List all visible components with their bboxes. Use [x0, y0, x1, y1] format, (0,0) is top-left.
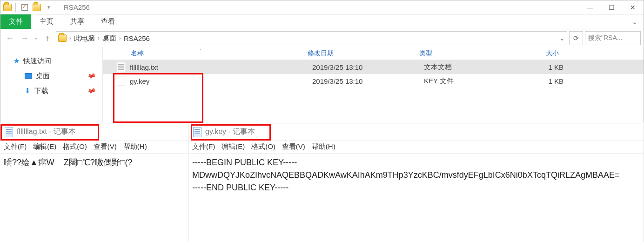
notepad-titlebar[interactable]: gy.key - 记事本 [188, 124, 644, 141]
chevron-right-icon: › [119, 35, 121, 41]
forward-button[interactable]: → [18, 32, 31, 45]
address-dropdown[interactable]: ⌄ [559, 34, 565, 42]
menu-file[interactable]: 文件(F) [192, 142, 215, 151]
explorer-window: ▾ RSA256 — ☐ ✕ 文件 主页 共享 查看 ⌄ ← → ▾ ↑ › 此… [0, 0, 644, 123]
sidebar-desktop[interactable]: 桌面 📌 [0, 68, 102, 83]
refresh-button[interactable]: ⟳ [569, 31, 583, 45]
pin-icon: 📌 [86, 71, 96, 81]
notepad-filename: gy.key [205, 128, 226, 135]
close-button[interactable]: ✕ [622, 0, 644, 14]
download-icon: ⬇ [25, 87, 31, 95]
folder-icon [33, 4, 41, 11]
maximize-button[interactable]: ☐ [601, 0, 622, 14]
notepad-icon [5, 127, 13, 137]
check-icon [21, 4, 28, 11]
notepad-title: fllllllag.txt - 记事本 [17, 127, 76, 137]
ribbon-collapse-button[interactable]: ⌄ [626, 14, 644, 29]
file-row[interactable]: fllllllag.txt 2019/3/25 13:10 文本文档 1 KB [103, 60, 644, 74]
ribbon-tab-view[interactable]: 查看 [93, 14, 123, 29]
column-name[interactable]: 名称 ˆ [103, 49, 308, 58]
notepad-icon [193, 127, 201, 137]
notepad-title: gy.key - 记事本 [205, 127, 255, 137]
menu-help[interactable]: 帮助(H) [312, 142, 335, 151]
sidebar-label: 下载 [34, 87, 48, 95]
menu-file[interactable]: 文件(F) [4, 142, 27, 151]
notepad-content[interactable]: -----BEGIN PUBLIC KEY----- MDwwDQYJKoZIh… [188, 154, 644, 197]
back-button[interactable]: ← [3, 32, 16, 45]
crumb-desktop[interactable]: 桌面 [102, 34, 116, 43]
history-dropdown[interactable]: ▾ [33, 36, 39, 41]
ribbon-tab-file[interactable]: 文件 [0, 14, 31, 29]
notepad-titlebar[interactable]: fllllllag.txt - 记事本 [0, 124, 188, 141]
menu-format[interactable]: 格式(O) [63, 142, 87, 151]
ribbon: 文件 主页 共享 查看 ⌄ [0, 14, 644, 29]
notepad-window-2: gy.key - 记事本 文件(F) 编辑(E) 格式(O) 查看(V) 帮助(… [188, 124, 644, 242]
menu-help[interactable]: 帮助(H) [123, 142, 147, 151]
column-name-label: 名称 [131, 49, 144, 57]
search-placeholder: 搜索"RSA... [588, 34, 622, 42]
file-type: KEY 文件 [424, 77, 517, 86]
sort-asc-icon: ˆ [200, 49, 201, 54]
menu-view[interactable]: 查看(V) [94, 142, 117, 151]
notepad-menubar: 文件(F) 编辑(E) 格式(O) 查看(V) 帮助(H) [0, 141, 188, 154]
window-title: RSA256 [64, 3, 90, 11]
sidebar-quick-access[interactable]: ★ 快速访问 [0, 54, 102, 68]
desktop-icon [25, 73, 32, 79]
chevron-right-icon: › [69, 35, 71, 41]
file-size: 1 KB [517, 77, 573, 85]
ribbon-tab-share[interactable]: 共享 [62, 14, 93, 29]
folder-icon [58, 34, 67, 42]
sidebar-label: 桌面 [36, 72, 50, 81]
column-date[interactable]: 修改日期 [308, 49, 419, 58]
notepad-content[interactable]: 嘺??绘▲癦W Z闊□℃?噭傌野□(? [0, 154, 188, 172]
explorer-body: ★ 快速访问 桌面 📌 ⬇ 下载 📌 名称 ˆ 修改日期 类型 [0, 47, 644, 123]
file-pane: 名称 ˆ 修改日期 类型 大小 fllllllag.txt 2019/3/25 … [103, 47, 644, 123]
chevron-right-icon: › [98, 35, 100, 41]
menu-edit[interactable]: 编辑(E) [33, 142, 56, 151]
file-name: fllllllag.txt [130, 63, 312, 71]
minimize-button[interactable]: — [579, 0, 601, 14]
crumb-rsa256[interactable]: RSA256 [124, 34, 150, 42]
titlebar: ▾ RSA256 — ☐ ✕ [0, 0, 644, 14]
column-size[interactable]: 大小 [512, 49, 568, 58]
sidebar-downloads[interactable]: ⬇ 下载 📌 [0, 83, 102, 98]
sidebar-label: 快速访问 [23, 57, 51, 66]
file-name: gy.key [130, 77, 312, 85]
separator [58, 3, 58, 12]
notepad-suffix: - 记事本 [47, 128, 76, 135]
window-buttons: — ☐ ✕ [579, 0, 644, 14]
menu-edit[interactable]: 编辑(E) [221, 142, 245, 151]
qat-dropdown[interactable]: ▾ [44, 2, 54, 13]
file-date: 2019/3/25 13:10 [312, 77, 424, 85]
column-type[interactable]: 类型 [419, 49, 512, 58]
ribbon-tab-home[interactable]: 主页 [31, 14, 62, 29]
file-row[interactable]: gy.key 2019/3/25 13:10 KEY 文件 1 KB [103, 74, 644, 88]
quick-access-toolbar: ▾ [0, 2, 60, 13]
qat-folder-button[interactable] [32, 2, 42, 13]
notepad-menubar: 文件(F) 编辑(E) 格式(O) 查看(V) 帮助(H) [188, 141, 644, 154]
star-icon: ★ [13, 57, 20, 65]
file-size: 1 KB [517, 63, 573, 71]
file-type: 文本文档 [424, 63, 517, 72]
text-file-icon [117, 62, 125, 72]
search-input[interactable]: 搜索"RSA... [585, 31, 641, 45]
breadcrumb: › 此电脑 › 桌面 › RSA256 [69, 34, 150, 43]
address-bar[interactable]: › 此电脑 › 桌面 › RSA256 ⌄ [56, 31, 567, 45]
address-row: ← → ▾ ↑ › 此电脑 › 桌面 › RSA256 ⌄ ⟳ 搜索"RSA..… [0, 29, 644, 47]
crumb-this-pc[interactable]: 此电脑 [74, 34, 95, 43]
file-date: 2019/3/25 13:10 [312, 63, 424, 71]
pin-icon: 📌 [86, 86, 96, 96]
qat-properties-button[interactable] [20, 2, 30, 13]
notepad-filename: fllllllag.txt [17, 128, 47, 135]
file-icon [117, 76, 125, 86]
notepad-window-1: fllllllag.txt - 记事本 文件(F) 编辑(E) 格式(O) 查看… [0, 124, 188, 242]
notepad-suffix: - 记事本 [226, 128, 255, 135]
separator [15, 3, 16, 12]
notepad-area: fllllllag.txt - 记事本 文件(F) 编辑(E) 格式(O) 查看… [0, 124, 644, 242]
column-headers: 名称 ˆ 修改日期 类型 大小 [103, 47, 644, 60]
sidebar: ★ 快速访问 桌面 📌 ⬇ 下载 📌 [0, 47, 103, 123]
menu-format[interactable]: 格式(O) [251, 142, 275, 151]
menu-view[interactable]: 查看(V) [282, 142, 305, 151]
folder-icon [3, 4, 12, 11]
up-button[interactable]: ↑ [41, 32, 54, 45]
